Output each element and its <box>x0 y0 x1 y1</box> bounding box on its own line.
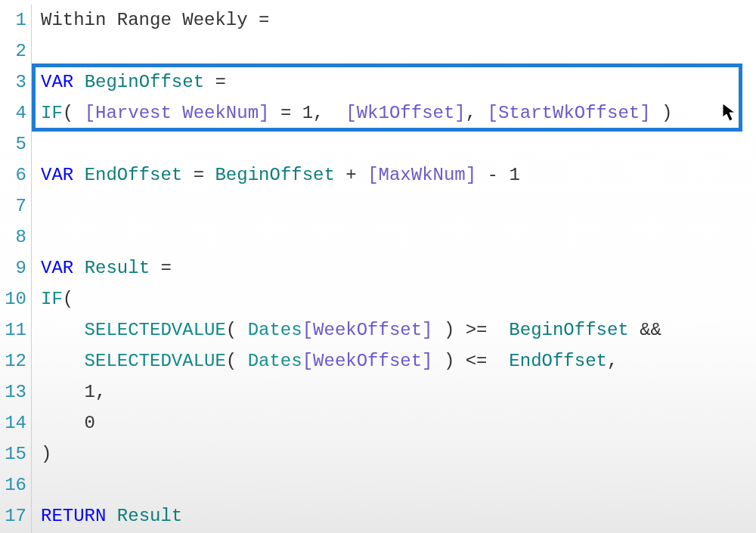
token-op: ( <box>63 289 73 309</box>
token-plain <box>106 506 116 526</box>
token-plain <box>498 165 509 185</box>
token-tbl: Dates <box>248 320 302 340</box>
line-number: 4 <box>0 98 31 129</box>
code-line[interactable]: SELECTEDVALUE( Dates[WeekOffset] ) <= En… <box>41 346 756 377</box>
token-mea: [Harvest WeekNum] <box>85 103 270 123</box>
token-op: ) <box>444 351 454 371</box>
token-plain <box>237 320 247 340</box>
token-op: , <box>466 103 476 123</box>
token-mea: [WeekOffset] <box>302 320 433 340</box>
line-number: 5 <box>0 129 31 160</box>
token-op: = <box>259 10 269 30</box>
line-number: 6 <box>0 160 31 191</box>
token-plain <box>476 103 487 123</box>
code-line[interactable] <box>41 222 756 253</box>
line-number: 16 <box>0 469 31 500</box>
token-op: ) <box>444 320 454 340</box>
code-line[interactable] <box>41 191 756 222</box>
token-plain <box>150 258 160 278</box>
code-line[interactable] <box>41 469 756 500</box>
line-number: 7 <box>0 191 31 222</box>
token-var: Result <box>85 258 150 278</box>
token-plain <box>73 165 84 185</box>
line-number: 1 <box>0 5 31 36</box>
token-plain <box>454 320 465 340</box>
token-op: >= <box>466 320 488 340</box>
code-line[interactable] <box>41 36 756 67</box>
code-line[interactable]: VAR Result = <box>41 253 756 284</box>
code-line[interactable]: VAR EndOffset = BeginOffset + [MaxWkNum]… <box>41 160 756 191</box>
code-line[interactable]: IF( [Harvest WeekNum] = 1, [Wk1Offset], … <box>41 98 756 129</box>
token-plain <box>488 351 510 371</box>
token-fn: SELECTEDVALUE <box>85 320 226 340</box>
line-number: 13 <box>0 377 31 407</box>
token-fn: SELECTEDVALUE <box>85 351 226 371</box>
token-num: 1 <box>85 382 95 402</box>
token-mea: [Wk1Offset] <box>345 103 465 123</box>
token-mea: [MaxWkNum] <box>367 165 476 185</box>
code-line[interactable]: 0 <box>41 407 756 438</box>
token-op: = <box>280 103 291 123</box>
token-kw: VAR <box>41 72 73 92</box>
line-number: 12 <box>0 346 31 377</box>
code-line[interactable]: Within Range Weekly = <box>41 5 756 36</box>
token-plain <box>433 351 444 371</box>
line-number: 8 <box>0 222 31 253</box>
token-plain <box>476 165 487 185</box>
token-op: && <box>640 320 662 340</box>
token-plain <box>41 413 85 433</box>
token-fn: IF <box>41 103 63 123</box>
token-op: ) <box>662 103 672 123</box>
code-line[interactable] <box>41 129 756 160</box>
token-plain <box>488 320 510 340</box>
token-plain <box>73 258 84 278</box>
token-plain <box>41 351 85 371</box>
token-var: EndOffset <box>509 351 607 371</box>
token-kw: VAR <box>41 165 73 185</box>
token-var: BeginOffset <box>85 72 204 92</box>
line-number: 10 <box>0 284 31 315</box>
token-op: - <box>488 165 498 185</box>
code-line[interactable]: 1, <box>41 377 756 407</box>
token-op: ) <box>41 444 51 464</box>
code-line[interactable]: VAR BeginOffset = <box>41 67 756 98</box>
token-plain: Within Range Weekly <box>41 10 259 30</box>
line-number: 11 <box>0 315 31 346</box>
line-number: 14 <box>0 407 31 438</box>
token-op: = <box>215 72 225 92</box>
token-var: BeginOffset <box>215 165 334 185</box>
token-mea: [WeekOffset] <box>302 351 433 371</box>
code-line[interactable]: RETURN Result <box>41 500 756 531</box>
token-op: , <box>313 103 324 123</box>
code-editor[interactable]: 1234567891011121314151617 Within Range W… <box>0 0 756 533</box>
token-plain <box>651 103 662 123</box>
line-number: 3 <box>0 67 31 98</box>
code-area[interactable]: Within Range Weekly =VAR BeginOffset =IF… <box>32 5 756 533</box>
token-fn: IF <box>41 289 63 309</box>
token-plain <box>291 103 302 123</box>
token-num: 1 <box>509 165 519 185</box>
token-plain <box>237 351 247 371</box>
token-kw: RETURN <box>41 506 106 526</box>
token-plain <box>73 72 84 92</box>
token-mea: [StartWkOffset] <box>488 103 651 123</box>
token-num: 0 <box>85 413 95 433</box>
token-plain <box>182 165 193 185</box>
token-plain <box>269 103 280 123</box>
code-line[interactable]: IF( <box>41 284 756 315</box>
token-var: EndOffset <box>85 165 183 185</box>
token-op: = <box>194 165 204 185</box>
line-number: 9 <box>0 253 31 284</box>
code-line[interactable]: ) <box>41 438 756 469</box>
token-plain <box>41 320 85 340</box>
token-plain <box>454 351 465 371</box>
line-number: 15 <box>0 438 31 469</box>
token-plain <box>335 165 345 185</box>
code-line[interactable]: SELECTEDVALUE( Dates[WeekOffset] ) >= Be… <box>41 315 756 346</box>
token-op: ( <box>226 320 237 340</box>
token-plain <box>433 320 444 340</box>
token-op: <= <box>466 351 488 371</box>
token-plain <box>73 103 84 123</box>
token-plain <box>41 382 85 402</box>
token-plain <box>357 165 367 185</box>
